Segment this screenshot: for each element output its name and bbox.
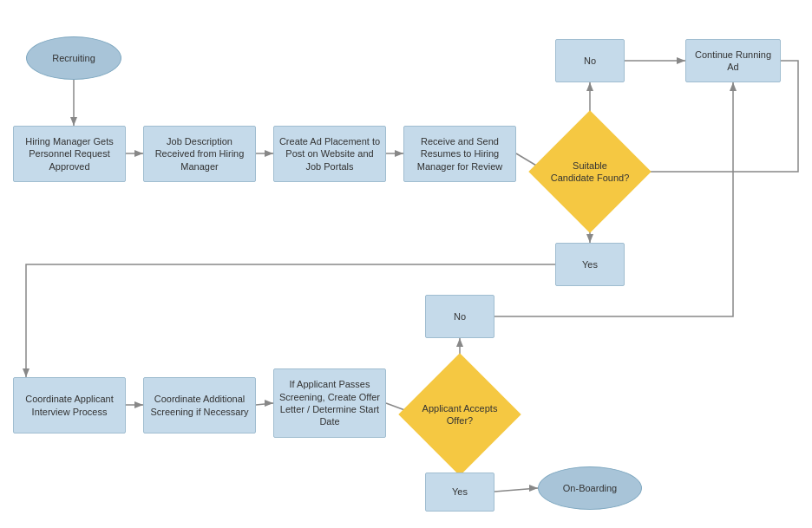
recruiting-node: Recruiting: [26, 36, 121, 80]
flowchart: Recruiting Hiring Manager Gets Personnel…: [0, 0, 812, 528]
svg-marker-26: [730, 82, 737, 91]
no-box-bottom: No: [425, 295, 494, 338]
svg-line-29: [494, 488, 538, 492]
additional-screening-node: Coordinate Additional Screening if Neces…: [143, 377, 256, 433]
svg-marker-7: [395, 150, 403, 157]
yes-box: Yes: [555, 243, 625, 286]
svg-marker-1: [70, 117, 77, 126]
svg-marker-25: [456, 338, 463, 347]
create-ad-node: Create Ad Placement to Post on Website a…: [273, 126, 386, 182]
coordinate-interview-node: Coordinate Applicant Interview Process: [13, 377, 126, 433]
svg-marker-16: [586, 234, 593, 243]
svg-marker-19: [134, 401, 143, 408]
offer-letter-node: If Applicant Passes Screening, Create Of…: [273, 368, 386, 438]
continue-running-node: Continue Running Ad: [685, 39, 781, 82]
svg-line-20: [256, 403, 273, 405]
receive-resumes-node: Receive and Send Resumes to Hiring Manag…: [403, 126, 516, 182]
svg-marker-17: [23, 368, 29, 377]
svg-marker-30: [529, 485, 538, 492]
svg-marker-5: [265, 150, 273, 157]
applicant-accepts-node: Applicant Accepts Offer?: [398, 353, 521, 475]
svg-marker-3: [134, 150, 143, 157]
suitable-candidate-node: Suitable Candidate Found?: [528, 110, 651, 232]
yes-box-bottom: Yes: [425, 473, 494, 512]
onboarding-node: On-Boarding: [538, 466, 642, 510]
hiring-manager-node: Hiring Manager Gets Personnel Request Ap…: [13, 126, 126, 182]
svg-marker-11: [586, 82, 593, 91]
job-description-node: Job Description Received from Hiring Man…: [143, 126, 256, 182]
svg-marker-13: [677, 57, 685, 64]
svg-marker-21: [265, 400, 273, 407]
no-box-top: No: [555, 39, 625, 82]
